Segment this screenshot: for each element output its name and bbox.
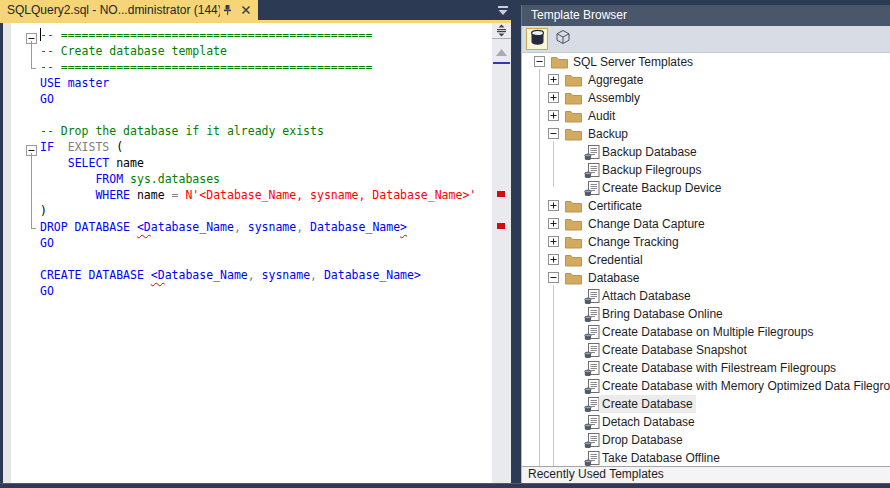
folder-icon: [565, 253, 582, 268]
tree-row[interactable]: Create Database: [522, 395, 890, 413]
template-tree[interactable]: SQL Server TemplatesAggregateAssemblyAud…: [521, 53, 890, 466]
template-document-icon: [584, 307, 601, 322]
folder-icon: [565, 109, 582, 124]
collapse-icon[interactable]: [548, 272, 559, 283]
tree-row[interactable]: Backup Database: [522, 143, 890, 161]
tree-row-label: Change Tracking: [588, 233, 679, 251]
code-line: GO: [40, 91, 476, 107]
tree-row-label: Certificate: [588, 197, 642, 215]
expand-icon[interactable]: [548, 110, 559, 121]
tree-row[interactable]: Backup Filegroups: [522, 161, 890, 179]
scrollbar-caret-position-line: [493, 62, 510, 64]
tree-row[interactable]: Database: [522, 269, 890, 287]
tree-row-label: Detach Database: [602, 413, 695, 431]
tree-row-label: Aggregate: [588, 71, 643, 89]
split-window-grip-icon[interactable]: [492, 23, 511, 39]
tree-row-label: Create Database with Memory Optimized Da…: [602, 377, 890, 395]
tree-row-label: Bring Database Online: [602, 305, 723, 323]
code-line: CREATE DATABASE <Database_Name, sysname,…: [40, 267, 476, 283]
pin-icon[interactable]: [220, 3, 234, 17]
collapse-icon[interactable]: [548, 128, 559, 139]
tree-row[interactable]: Create Database on Multiple Filegroups: [522, 323, 890, 341]
template-document-icon: [584, 433, 601, 448]
tree-row[interactable]: Create Database with Memory Optimized Da…: [522, 377, 890, 395]
template-document-icon: [584, 145, 601, 160]
analysis-services-templates-button[interactable]: [552, 28, 574, 50]
tab-overflow-chevron-icon[interactable]: [495, 4, 511, 17]
tree-row[interactable]: Aggregate: [522, 71, 890, 89]
collapse-icon[interactable]: [534, 56, 545, 67]
collapse-toggle-icon[interactable]: [26, 30, 37, 41]
folder-icon: [565, 271, 582, 286]
tree-row[interactable]: Bring Database Online: [522, 305, 890, 323]
template-browser-pane: Template Browser SQL Server TemplatesAgg…: [521, 0, 890, 488]
code-line: -- =====================================…: [40, 59, 476, 75]
tree-row-label: Attach Database: [602, 287, 691, 305]
template-document-icon: [584, 379, 601, 394]
tree-row-label: Backup Filegroups: [602, 161, 701, 179]
tree-row-label: Backup Database: [602, 143, 697, 161]
expand-icon[interactable]: [548, 74, 559, 85]
expand-icon[interactable]: [548, 200, 559, 211]
template-document-icon: [584, 289, 601, 304]
tree-row-label: Database: [588, 269, 639, 287]
expand-icon[interactable]: [548, 236, 559, 247]
code-line: GO: [40, 283, 476, 299]
tree-row[interactable]: Create Database with Filestream Filegrou…: [522, 359, 890, 377]
folder-icon: [565, 235, 582, 250]
panel-title-bar[interactable]: Template Browser: [521, 5, 890, 26]
folder-icon: [565, 127, 582, 142]
tree-row[interactable]: Drop Database: [522, 431, 890, 449]
code-line: WHERE name = N'<Database_Name, sysname, …: [40, 187, 476, 203]
scrollbar-error-marker: [497, 191, 505, 197]
document-tab[interactable]: SQLQuery2.sql - NO...dministrator (144)): [0, 0, 258, 20]
editor-vertical-scrollbar[interactable]: [492, 23, 511, 488]
tree-row[interactable]: Audit: [522, 107, 890, 125]
template-document-icon: [584, 415, 601, 430]
expand-icon[interactable]: [548, 218, 559, 229]
tree-row[interactable]: Backup: [522, 125, 890, 143]
template-document-icon: [584, 181, 601, 196]
expand-icon[interactable]: [548, 254, 559, 265]
tree-row-label: Audit: [588, 107, 615, 125]
code-line: DROP DATABASE <Database_Name, sysname, D…: [40, 219, 476, 235]
tree-row[interactable]: Create Database Snapshot: [522, 341, 890, 359]
tree-row[interactable]: SQL Server Templates: [522, 53, 890, 71]
folder-icon: [565, 91, 582, 106]
expand-icon[interactable]: [548, 92, 559, 103]
tree-row[interactable]: Attach Database: [522, 287, 890, 305]
scroll-up-arrow-icon[interactable]: [496, 42, 507, 60]
scrollbar-error-marker: [497, 223, 505, 229]
code-line: -- Create database template: [40, 43, 476, 59]
database-icon: [530, 29, 545, 50]
code-line: -- Drop the database if it already exist…: [40, 123, 476, 139]
panel-title: Template Browser: [531, 8, 627, 22]
code-line: [40, 251, 476, 267]
tree-row[interactable]: Assembly: [522, 89, 890, 107]
code-editor-surface[interactable]: -- =====================================…: [11, 23, 492, 483]
close-icon[interactable]: [239, 3, 253, 17]
template-document-icon: [584, 325, 601, 340]
tree-row[interactable]: Credential: [522, 251, 890, 269]
tree-row-label: Create Database with Filestream Filegrou…: [602, 359, 836, 377]
tree-row-label: Create Database: [599, 395, 696, 413]
template-document-icon: [584, 163, 601, 178]
tree-row-label: Create Backup Device: [602, 179, 721, 197]
code-line: ): [40, 203, 476, 219]
editor-pane: SQLQuery2.sql - NO...dministrator (144)): [0, 0, 521, 488]
template-document-icon: [584, 451, 601, 466]
tree-row[interactable]: Change Tracking: [522, 233, 890, 251]
folder-icon: [565, 217, 582, 232]
sql-server-templates-button[interactable]: [526, 28, 548, 50]
tree-row[interactable]: Take Database Offline: [522, 449, 890, 466]
collapse-toggle-icon[interactable]: [26, 142, 37, 153]
editor-selection-margin[interactable]: [3, 23, 11, 483]
tree-row[interactable]: Create Backup Device: [522, 179, 890, 197]
recently-used-templates-header[interactable]: Recently Used Templates: [521, 466, 890, 483]
tree-row[interactable]: Detach Database: [522, 413, 890, 431]
ssms-window: SQLQuery2.sql - NO...dministrator (144)): [0, 0, 890, 488]
tree-row[interactable]: Change Data Capture: [522, 215, 890, 233]
code-line: SELECT name: [40, 155, 476, 171]
tree-row[interactable]: Certificate: [522, 197, 890, 215]
window-bottom-edge: [0, 483, 890, 488]
